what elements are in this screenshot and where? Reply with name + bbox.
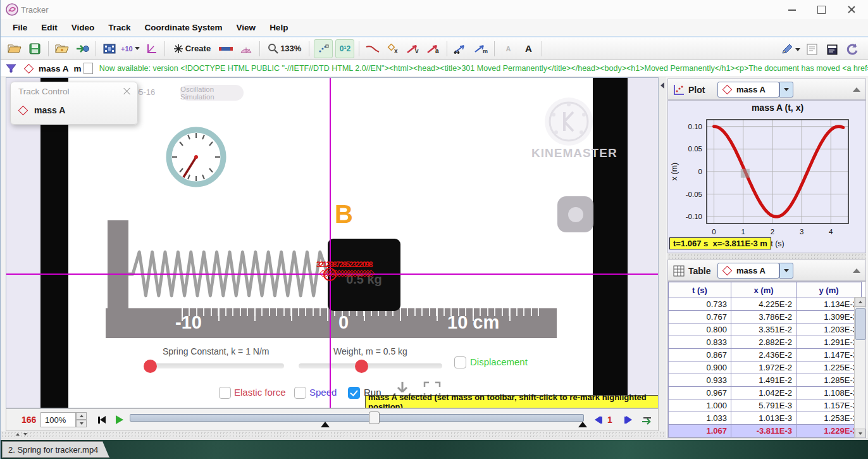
menu-item-view[interactable]: View <box>230 23 263 32</box>
table-column-header[interactable]: y (m) <box>797 282 862 298</box>
collapse-left-icon[interactable] <box>660 82 664 89</box>
track-filter-icon[interactable] <box>6 63 16 73</box>
scrollbar-thumb[interactable] <box>855 308 865 340</box>
font-decrease-button[interactable]: A <box>499 40 517 58</box>
labels-button[interactable]: 0¹2 <box>335 39 354 58</box>
zoom-button[interactable]: 133% <box>264 40 304 58</box>
selected-point-marker[interactable] <box>323 268 337 281</box>
table-column-header[interactable]: x (m) <box>731 282 797 298</box>
spring-constant-slider[interactable] <box>147 363 284 368</box>
data-builder-button[interactable] <box>823 41 841 58</box>
create-button[interactable]: Create <box>170 40 214 58</box>
minimize-button[interactable] <box>778 0 807 19</box>
stretch-x-button[interactable] <box>452 40 469 58</box>
menu-item-help[interactable]: Help <box>263 23 295 32</box>
font-increase-button[interactable]: A <box>519 40 537 58</box>
table-track-dropdown-arrow[interactable] <box>779 263 793 279</box>
spring-constant-knob[interactable] <box>144 360 157 373</box>
expand-up-icon[interactable] <box>16 433 20 436</box>
table-row[interactable]: 0.9671.042E-21.108E-3 <box>669 387 862 399</box>
calibration-button[interactable]: +10 <box>121 40 140 58</box>
scroll-down-button[interactable] <box>855 429 865 438</box>
vertical-splitter[interactable] <box>659 77 666 431</box>
trails-button[interactable] <box>314 39 333 58</box>
video-view[interactable]: 05-16 Oscillation Simulation <box>6 77 659 408</box>
rate-up-button[interactable] <box>76 412 87 420</box>
stretch-mass-button[interactable]: m <box>472 40 490 58</box>
weight-slider[interactable] <box>299 363 442 368</box>
play-rate-field[interactable]: 100% <box>40 412 76 427</box>
refresh-button[interactable] <box>843 41 861 58</box>
table-row[interactable]: 0.7673.786E-21.309E-3 <box>669 311 862 324</box>
speed-checkbox[interactable] <box>294 387 306 399</box>
table-collapse-button[interactable] <box>853 268 860 273</box>
table-row[interactable]: 1.0331.013E-31.253E-3 <box>669 412 862 425</box>
table-row[interactable]: 1.0005.791E-31.157E-3 <box>669 399 862 412</box>
selected-track-button[interactable]: mass A <box>39 64 69 73</box>
drawings-button[interactable] <box>781 41 800 58</box>
axes-button[interactable] <box>142 40 160 58</box>
table-row[interactable]: 1.067-3.811E-31.229E-3 <box>669 425 862 437</box>
track-control-window[interactable]: Track Control mass A <box>10 82 138 125</box>
up-arrow-icon <box>859 301 862 303</box>
plot-view[interactable]: 012340.100.050-0.05-0.10mass A (t, x)t (… <box>667 100 866 253</box>
protractor-button[interactable] <box>237 40 255 58</box>
table-column-header[interactable]: t (s) <box>669 282 731 298</box>
table-row[interactable]: 0.8332.882E-21.291E-3 <box>669 336 862 349</box>
clip-end-marker[interactable] <box>578 422 587 427</box>
maximize-button[interactable] <box>807 0 836 19</box>
table-row[interactable]: 0.7334.225E-21.134E-3 <box>669 298 862 311</box>
rewind-button[interactable] <box>95 413 109 427</box>
acceleration-button[interactable]: a <box>425 40 442 58</box>
mass-input[interactable] <box>84 63 93 74</box>
table-row[interactable]: 0.8003.351E-21.203E-3 <box>669 324 862 336</box>
track-control-mass-a[interactable]: mass A <box>20 105 65 115</box>
menu-item-edit[interactable]: Edit <box>34 23 65 32</box>
scroll-up-button[interactable] <box>855 297 865 307</box>
table-track-dropdown[interactable]: mass A <box>717 263 779 279</box>
plot-track-dropdown[interactable]: mass A <box>717 82 779 97</box>
collapse-down-icon[interactable] <box>23 433 27 436</box>
plot-table-divider[interactable] <box>667 253 866 260</box>
elastic-force-checkbox[interactable] <box>219 387 231 399</box>
clip-settings-button[interactable] <box>101 40 118 58</box>
position-button[interactable]: x <box>384 40 402 58</box>
plot-chart[interactable]: 012340.100.050-0.05-0.10mass A (t, x)t (… <box>668 101 865 253</box>
seek-slider[interactable] <box>130 414 584 422</box>
export-button[interactable] <box>73 40 91 58</box>
table-row[interactable]: 0.9001.972E-21.225E-3 <box>669 362 862 374</box>
open-button[interactable] <box>6 40 23 58</box>
track-control-close-icon[interactable] <box>122 87 131 96</box>
plot-panel-header: Plot mass A <box>667 79 866 100</box>
weight-knob[interactable] <box>355 360 368 373</box>
table-row[interactable]: 0.9331.491E-21.285E-3 <box>669 374 862 387</box>
plot-track-dropdown-arrow[interactable] <box>779 82 793 97</box>
clip-start-marker[interactable] <box>321 422 330 427</box>
notes-button[interactable] <box>803 41 821 58</box>
plot-collapse-button[interactable] <box>853 87 860 92</box>
step-forward-button[interactable] <box>621 413 635 427</box>
menu-item-track[interactable]: Track <box>101 23 137 32</box>
close-button[interactable] <box>837 0 866 19</box>
table-row[interactable]: 0.8672.436E-21.147E-3 <box>669 349 862 362</box>
menu-item-coordinate-system[interactable]: Coordinate System <box>138 23 230 32</box>
run-checkbox[interactable] <box>348 387 360 399</box>
save-button[interactable] <box>26 40 44 58</box>
rate-down-button[interactable] <box>76 420 87 427</box>
table-scrollbar[interactable] <box>854 297 865 438</box>
seek-thumb[interactable] <box>369 412 380 424</box>
open-library-button[interactable] <box>53 40 71 58</box>
displacement-checkbox[interactable] <box>454 356 466 368</box>
loop-button[interactable] <box>640 413 654 427</box>
menu-item-video[interactable]: Video <box>65 23 102 32</box>
play-button[interactable] <box>113 413 127 427</box>
oscillation-simulation-button[interactable]: Oscillation Simulation <box>180 85 244 101</box>
filmstrip-icon <box>103 44 116 54</box>
trace-button[interactable] <box>364 40 381 58</box>
menu-item-file[interactable]: File <box>6 23 34 32</box>
elastic-force-label: Elastic force <box>234 387 286 398</box>
step-back-button[interactable] <box>592 413 605 427</box>
calibration-tape-button[interactable] <box>217 40 235 58</box>
document-tab[interactable]: 2. Spring for tracker.mp4 <box>2 441 109 458</box>
velocity-button[interactable]: v <box>404 40 422 58</box>
